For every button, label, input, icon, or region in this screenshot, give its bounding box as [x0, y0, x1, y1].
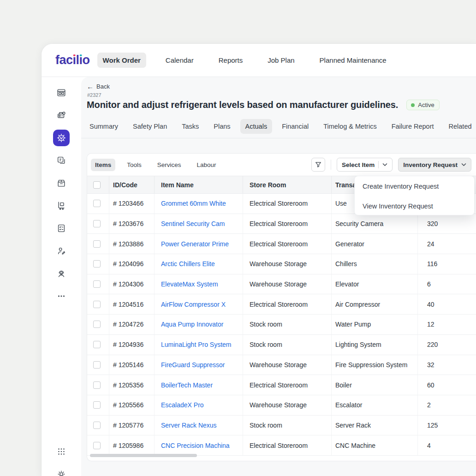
table-row[interactable]: # 1205146 FireGuard Suppressor Warehouse…	[87, 355, 476, 375]
row-checkbox[interactable]	[93, 260, 101, 268]
filter-button[interactable]	[311, 158, 325, 172]
top-nav-item[interactable]: Work Order	[97, 53, 146, 68]
cell-store-room: Stock room	[243, 416, 332, 435]
vendor-icon[interactable]	[53, 243, 70, 259]
work-order-icon[interactable]	[53, 130, 70, 146]
item-name-link[interactable]: CNC Precision Machina	[161, 442, 230, 449]
table-row[interactable]: # 1203886 Power Generator Prime Electric…	[87, 234, 476, 254]
table-row[interactable]: # 1205776 Server Rack Nexus Stock room S…	[87, 416, 476, 436]
row-checkbox[interactable]	[93, 220, 101, 227]
item-type-subtab[interactable]: Labour	[193, 159, 220, 171]
row-checkbox[interactable]	[93, 321, 101, 328]
row-checkbox[interactable]	[93, 240, 101, 248]
item-name-link[interactable]: EscaladeX Pro	[161, 401, 204, 409]
row-checkbox[interactable]	[93, 422, 101, 429]
row-checkbox[interactable]	[93, 361, 101, 369]
item-name-link[interactable]: Power Generator Prime	[161, 240, 229, 248]
detail-tab[interactable]: Plans	[208, 119, 235, 134]
cell-store-room: Electrical Storeroom	[243, 194, 332, 214]
table-row[interactable]: # 1204726 Aqua Pump Innovator Stock room…	[87, 315, 476, 335]
top-nav-item[interactable]: Reports	[213, 53, 249, 68]
cell-store-room: Electrical Storeroom	[243, 435, 332, 455]
table-row[interactable]: # 1204096 Arctic Chillers Elite Warehous…	[87, 254, 476, 274]
item-name-link[interactable]: Arctic Chillers Elite	[161, 260, 215, 268]
inventory-request-button[interactable]: Inventory Request	[398, 158, 471, 172]
assets-icon[interactable]	[53, 107, 70, 124]
item-name-link[interactable]: BoilerTech Master	[161, 381, 213, 389]
table-row[interactable]: # 1205566 EscaladeX Pro Warehouse Storag…	[87, 395, 476, 416]
detail-tab[interactable]: Failure Report	[387, 119, 439, 134]
select-item-button[interactable]: Select Item	[337, 158, 393, 172]
inventory-icon[interactable]	[53, 175, 70, 191]
row-checkbox[interactable]	[93, 200, 101, 207]
cell-quantity: 6	[418, 274, 476, 294]
table-row[interactable]: # 1203676 Sentinel Security Cam Electric…	[87, 214, 476, 234]
item-name-link[interactable]: FireGuard Suppressor	[161, 361, 225, 369]
table-row[interactable]: # 1205356 BoilerTech Master Electrical S…	[87, 375, 476, 395]
table-row[interactable]: # 1204516 AirFlow Compressor X Electrica…	[87, 294, 476, 315]
row-checkbox[interactable]	[93, 280, 101, 288]
detail-tab[interactable]: Tasks	[177, 119, 204, 134]
row-checkbox[interactable]	[93, 381, 101, 389]
row-checkbox[interactable]	[93, 301, 101, 308]
top-nav-item[interactable]: Planned Maintenance	[314, 53, 392, 68]
settings-icon[interactable]	[53, 466, 70, 476]
sidebar-bottom	[53, 443, 70, 476]
cell-store-room: Electrical Storeroom	[243, 214, 332, 234]
row-checkbox[interactable]	[93, 442, 101, 449]
checklist-icon[interactable]	[53, 220, 70, 237]
item-name-link[interactable]: AirFlow Compressor X	[161, 301, 226, 308]
row-checkbox[interactable]	[93, 341, 101, 348]
detail-tab[interactable]: Timelog & Metrics	[318, 119, 381, 134]
back-button[interactable]: ← Back	[87, 83, 110, 90]
item-name-link[interactable]: LuminaLight Pro System	[161, 341, 232, 348]
item-name-link[interactable]: ElevateMax System	[161, 280, 218, 288]
cell-id: # 1205146	[109, 355, 155, 375]
logo-text: fac	[55, 53, 73, 67]
support-icon[interactable]	[53, 265, 70, 282]
dashboard-icon[interactable]	[53, 84, 70, 101]
requests-icon[interactable]	[53, 152, 70, 169]
item-name-link[interactable]: Aqua Pump Innovator	[161, 321, 223, 328]
detail-tab[interactable]: Financial	[277, 119, 314, 134]
menu-item[interactable]: Create Inventory Request	[355, 176, 474, 196]
detail-tab[interactable]: Summary	[84, 119, 123, 134]
apps-grid-icon[interactable]	[53, 443, 70, 460]
app-window: facılıo Work OrderCalendarReportsJob Pla…	[42, 44, 476, 476]
select-all-checkbox[interactable]	[93, 181, 101, 189]
back-label: Back	[96, 83, 110, 90]
detail-tab[interactable]: Actuals	[240, 119, 273, 134]
cell-store-room: Stock room	[243, 315, 332, 334]
facilio-logo[interactable]: facılıo	[55, 53, 90, 67]
detail-tab[interactable]: Safety Plan	[128, 119, 172, 134]
item-type-subtab[interactable]: Tools	[123, 159, 146, 171]
top-nav-item[interactable]: Calendar	[160, 53, 199, 68]
cell-quantity: 12	[418, 315, 476, 334]
item-type-subtab[interactable]: Services	[153, 159, 185, 171]
select-item-label: Select Item	[342, 161, 375, 168]
inventory-request-menu: Create Inventory RequestView Inventory R…	[354, 176, 475, 215]
item-name-link[interactable]: Sentinel Security Cam	[161, 220, 225, 227]
more-icon[interactable]	[53, 288, 70, 304]
row-checkbox[interactable]	[93, 401, 101, 409]
top-nav-item[interactable]: Job Plan	[262, 53, 300, 68]
col-header-id[interactable]: ID/Code	[109, 176, 155, 193]
cell-quantity: 4	[418, 435, 476, 455]
detail-tab[interactable]: Related	[444, 119, 476, 134]
col-header-room[interactable]: Store Room	[243, 176, 332, 193]
table-row[interactable]: # 1204936 LuminaLight Pro System Stock r…	[87, 335, 476, 355]
table-row[interactable]: # 1204306 ElevateMax System Warehouse St…	[87, 274, 476, 295]
item-name-link[interactable]: Grommet 60mm White	[161, 200, 226, 207]
item-name-link[interactable]: Server Rack Nexus	[161, 422, 217, 429]
cell-id: # 1204306	[109, 274, 155, 294]
cell-id: # 1205356	[109, 375, 155, 395]
content-panel: ← Back #2327 Monitor and adjust refriger…	[81, 77, 476, 476]
procurement-icon[interactable]	[53, 197, 70, 214]
cell-transaction: Lighting System	[332, 335, 418, 355]
menu-item[interactable]: View Inventory Request	[355, 196, 474, 215]
item-type-subtab[interactable]: Items	[91, 159, 115, 171]
horizontal-scrollbar[interactable]	[90, 454, 197, 457]
cell-id: # 1205566	[109, 395, 155, 415]
table-row[interactable]: # 1205986 CNC Precision Machina Electric…	[87, 435, 476, 456]
col-header-name[interactable]: Item Name	[155, 176, 243, 193]
